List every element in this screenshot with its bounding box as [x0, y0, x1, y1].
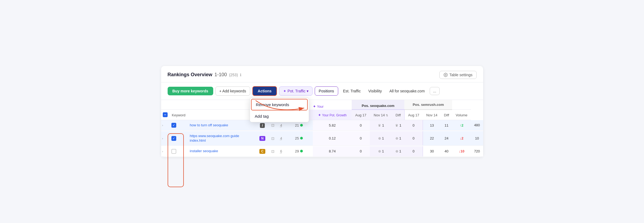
intent-badge-cell: C	[256, 146, 269, 157]
sem-nov14-value: 11	[445, 123, 448, 127]
more-options-button[interactable]: ...	[430, 87, 440, 95]
actions-dropdown-menu: Remove keywords Add tag	[250, 97, 309, 122]
row-expand[interactable]: ›	[161, 146, 170, 157]
seq-nov14-icon: ♛	[395, 123, 398, 127]
row-expand[interactable]: ›	[161, 120, 170, 131]
volume-value: 10	[475, 136, 479, 140]
seq-aug17-cell: ♛ 1	[370, 120, 392, 131]
seq-aug17-value: 1	[381, 136, 384, 140]
buy-keywords-button[interactable]: Buy more keywords	[168, 87, 213, 95]
th-volume-group	[452, 100, 471, 110]
keyword-link[interactable]: https www.seoquake.com guide index.html	[190, 134, 244, 143]
sem-diff-value: ↓2	[460, 136, 463, 140]
keyword-link[interactable]: how to turn off seoquake	[190, 123, 244, 128]
th-seq-diff: Diff	[392, 110, 405, 120]
row-checkbox[interactable]: ✓	[171, 123, 176, 128]
sem-nov14-cell: 40	[441, 146, 452, 157]
actions-button[interactable]: Actions	[252, 86, 277, 96]
positions-button[interactable]: Positions	[315, 86, 338, 96]
seq-nov14-cell: ⊕ 1	[392, 146, 405, 157]
th-keyword: Keyword	[170, 110, 188, 120]
position-number: 6	[280, 149, 282, 153]
gear-icon	[443, 73, 448, 77]
camera-cell[interactable]: ⊡	[269, 131, 277, 146]
card-header: Rankings Overview 1-100 (253) ℹ Table se…	[161, 66, 483, 82]
th-sem-nov14: Nov 14	[423, 110, 441, 120]
seq-aug17-icon: ⊕	[378, 136, 381, 140]
keyword-cell: https www.seoquake.com guide index.html	[188, 131, 256, 146]
rankings-table: ✦ Your Pos. seoquake.com Pos. semrush.co…	[161, 100, 483, 157]
pot-traffic-button[interactable]: ✦ Pot. Traffic ▾	[279, 86, 313, 96]
row-spacer	[161, 156, 483, 157]
intent-badge-cell: N	[256, 131, 269, 146]
th-checkbox: −	[161, 110, 170, 120]
th-seoquake-group: Pos. seoquake.com	[352, 100, 404, 110]
pot-growth-cell: 0	[352, 131, 370, 146]
all-for-button[interactable]: All for seoquake.com	[387, 87, 428, 95]
th-sem-diff: Diff	[441, 110, 452, 120]
score-value: 25	[295, 136, 299, 140]
row-checkbox[interactable]	[171, 149, 176, 154]
table-row: ›installer seoquakeC⊡6298.740⊕ 1⊕ 103040…	[161, 146, 483, 157]
seq-diff-cell: 0	[404, 131, 423, 146]
position-number: 4	[280, 123, 282, 127]
select-all-checkbox[interactable]: −	[163, 112, 168, 117]
add-keywords-button[interactable]: + Add keywords	[215, 86, 250, 96]
sem-diff-value: ↓10	[459, 149, 465, 153]
row-checkbox[interactable]: ✓	[171, 136, 176, 141]
est-traffic-button[interactable]: Est. Traffic	[340, 87, 364, 95]
seq-nov14-value: 1	[398, 123, 401, 127]
score-value: 21	[295, 123, 299, 127]
page-count: (253)	[229, 73, 238, 77]
seq-diff-value: 0	[412, 123, 414, 127]
main-card: Rankings Overview 1-100 (253) ℹ Table se…	[161, 66, 483, 157]
position-number: 4	[280, 136, 282, 140]
row-expand[interactable]: ›	[161, 131, 170, 146]
toolbar: Buy more keywords + Add keywords Actions…	[161, 82, 483, 100]
th-semrush-group: Pos. semrush.com	[404, 100, 452, 110]
pot-growth-cell: 0	[352, 146, 370, 157]
score-dot	[300, 124, 303, 127]
visibility-button[interactable]: Visibility	[366, 87, 385, 95]
pot-traffic-cell: 5.82	[313, 120, 352, 131]
sem-nov14-value: 40	[445, 149, 448, 153]
info-icon[interactable]: ℹ	[240, 73, 241, 77]
pot-traffic-cell: 0.12	[313, 131, 352, 146]
th-checkbox-keyword-group	[161, 100, 188, 110]
pot-growth-cell: 0	[352, 120, 370, 131]
volume-cell: 480	[471, 120, 483, 131]
volume-value: 720	[474, 149, 480, 153]
position-dots-cell: 4	[277, 131, 285, 146]
camera-cell[interactable]: ⊡	[269, 146, 277, 157]
add-tag-item[interactable]: Add tag	[250, 110, 309, 122]
pot-traffic-label: Pot. Traffic	[287, 89, 306, 93]
pot-growth-value: 0	[360, 123, 362, 127]
keyword-link[interactable]: installer seoquake	[190, 149, 244, 154]
sparkle-icon-th: ✦	[313, 104, 316, 109]
seq-nov14-value: 1	[398, 149, 401, 153]
score-dot	[300, 150, 303, 152]
seq-diff-cell: 0	[404, 146, 423, 157]
sem-diff-cell: ↓2	[452, 131, 471, 146]
th-pot-growth-sub: ✦ Your Pot. Growth	[313, 110, 352, 120]
remove-keywords-item[interactable]: Remove keywords	[251, 99, 308, 110]
seq-aug17-cell: ⊕ 1	[370, 146, 392, 157]
score-value: 29	[295, 149, 299, 153]
seq-diff-value: 0	[412, 149, 414, 153]
seq-diff-value: 0	[412, 136, 414, 140]
row-checkbox-cell: ✓	[170, 120, 188, 131]
sem-aug17-cell: 30	[423, 146, 441, 157]
row-checkbox-cell: ✓	[170, 131, 188, 146]
seq-diff-cell: 0	[404, 120, 423, 131]
table-settings-button[interactable]: Table settings	[439, 71, 477, 79]
th-pot-traffic-label: Your	[317, 105, 324, 109]
add-keywords-label: + Add keywords	[219, 89, 246, 93]
seq-nov14-icon: ⊕	[395, 136, 398, 140]
sort-icon: ⇅	[386, 114, 388, 117]
th-seq-nov14[interactable]: Nov 14 ⇅	[370, 110, 392, 120]
seq-aug17-icon: ♛	[378, 123, 381, 127]
sem-aug17-value: 13	[430, 123, 434, 127]
seq-aug17-cell: ⊕ 1	[370, 131, 392, 146]
sem-nov14-cell: 11	[441, 120, 452, 131]
pot-traffic-value: 0.12	[329, 136, 336, 140]
